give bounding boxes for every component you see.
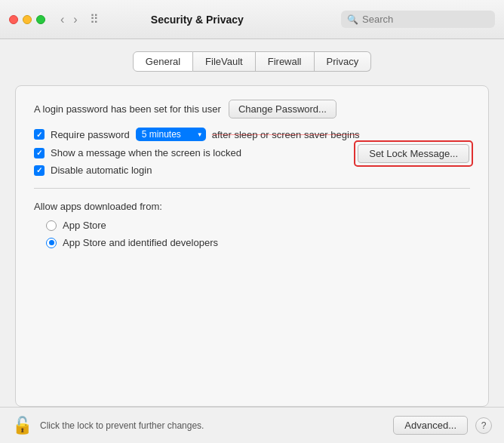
tab-bar: General FileVault Firewall Privacy: [15, 51, 489, 72]
tab-privacy[interactable]: Privacy: [315, 51, 372, 72]
disable-autologin-label: Disable automatic login: [51, 165, 152, 176]
divider: [34, 188, 470, 189]
app-store-only-label: App Store: [63, 220, 106, 231]
search-icon: 🔍: [347, 14, 358, 25]
tab-firewall[interactable]: Firewall: [256, 51, 315, 72]
minimize-button[interactable]: [23, 15, 32, 24]
require-password-label: Require password: [51, 129, 130, 140]
password-timeout-select-wrapper[interactable]: 5 minutes immediately 1 minute 15 minute…: [136, 128, 206, 141]
show-message-label: Show a message when the screen is locked: [51, 147, 241, 158]
search-bar[interactable]: 🔍: [341, 11, 495, 28]
require-password-checkbox[interactable]: [34, 129, 45, 140]
search-input[interactable]: [362, 14, 489, 25]
app-store-identified-label: App Store and identified developers: [63, 237, 218, 248]
allow-apps-label: Allow apps downloaded from:: [34, 201, 470, 212]
main-content: General FileVault Firewall Privacy A log…: [0, 39, 504, 407]
app-store-identified-row: App Store and identified developers: [46, 237, 470, 248]
tab-filevault[interactable]: FileVault: [193, 51, 256, 72]
require-password-row: Require password 5 minutes immediately 1…: [34, 128, 470, 141]
window-title: Security & Privacy: [60, 14, 335, 26]
allow-apps-section: Allow apps downloaded from: App Store Ap…: [34, 201, 470, 248]
lock-status-text: Click the lock to prevent further change…: [40, 420, 386, 431]
tab-general[interactable]: General: [133, 51, 193, 72]
advanced-button[interactable]: Advanced...: [393, 416, 468, 435]
after-sleep-text: after sleep or screen saver begins: [212, 129, 360, 140]
disable-autologin-checkbox[interactable]: [34, 165, 45, 176]
app-store-identified-radio[interactable]: [46, 238, 57, 248]
login-password-text: A login password has been set for this u…: [34, 103, 221, 115]
change-password-button[interactable]: Change Password...: [229, 100, 337, 118]
traffic-lights: [9, 15, 45, 24]
set-lock-message-button[interactable]: Set Lock Message...: [358, 144, 469, 163]
app-store-only-radio[interactable]: [46, 220, 57, 231]
show-message-checkbox[interactable]: [34, 148, 45, 158]
close-button[interactable]: [9, 15, 18, 24]
set-lock-wrapper: Set Lock Message...: [354, 140, 473, 167]
titlebar: ‹ › ⠿ Security & Privacy 🔍: [0, 0, 504, 39]
password-timeout-select[interactable]: 5 minutes immediately 1 minute 15 minute…: [136, 128, 206, 141]
help-button[interactable]: ?: [475, 417, 492, 434]
bottom-bar: 🔓 Click the lock to prevent further chan…: [0, 407, 504, 443]
maximize-button[interactable]: [36, 15, 45, 24]
app-store-only-row: App Store: [46, 220, 470, 231]
login-password-row: A login password has been set for this u…: [34, 100, 470, 118]
set-lock-highlight: Set Lock Message...: [354, 140, 473, 167]
lock-icon[interactable]: 🔓: [12, 416, 32, 435]
settings-panel: A login password has been set for this u…: [15, 85, 489, 407]
